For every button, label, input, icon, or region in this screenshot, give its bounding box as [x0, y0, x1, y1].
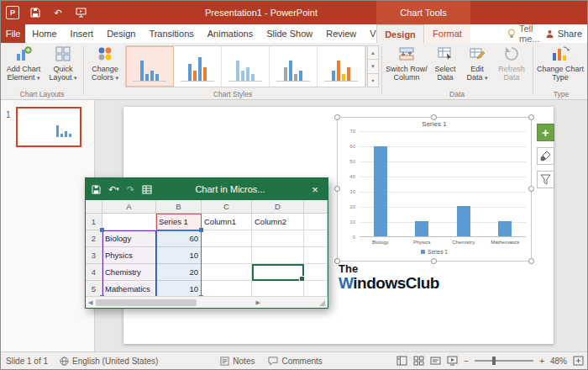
tell-me-box[interactable]: Tell me... [507, 24, 545, 43]
selection-handle[interactable] [528, 186, 534, 192]
chart-style-2[interactable] [174, 46, 222, 87]
excel-undo-icon[interactable]: ↶▾ [108, 184, 119, 195]
selection-handle[interactable] [528, 258, 534, 264]
select-data-button[interactable]: Select Data [430, 45, 460, 88]
tab-review[interactable]: Review [319, 24, 363, 43]
column-header-d[interactable]: D [252, 200, 304, 214]
cell-a5[interactable]: Mathematics [102, 281, 156, 298]
row-header[interactable]: 3 [86, 247, 102, 264]
cell-c3[interactable] [202, 247, 252, 264]
excel-horizontal-scrollbar[interactable]: ◀ ▶ ◢ [86, 296, 328, 308]
change-colors-button[interactable]: Change Colors ▾ [87, 45, 123, 88]
cell-b3[interactable]: 10 [156, 247, 202, 264]
scroll-right-icon[interactable]: ▶ [256, 299, 260, 306]
language-indicator[interactable]: English (United States) [60, 357, 158, 366]
slide-sorter-icon[interactable] [413, 356, 424, 366]
chart-bar[interactable] [498, 221, 512, 236]
chart-style-3[interactable] [222, 46, 270, 87]
selection-handle[interactable] [528, 114, 534, 120]
excel-close-button[interactable]: × [308, 183, 322, 196]
cell-d1[interactable]: Column2 [252, 214, 304, 230]
chart-style-5[interactable] [318, 46, 365, 87]
cell-a4[interactable]: Chemistry [102, 264, 156, 281]
undo-icon[interactable]: ↶ [51, 6, 65, 19]
gallery-up-icon[interactable]: ▲ [367, 45, 379, 60]
switch-row-column-button[interactable]: Switch Row/ Column [385, 45, 428, 88]
zoom-level[interactable]: 48% [550, 357, 567, 366]
notes-button[interactable]: Notes [220, 357, 255, 366]
slide-1-thumbnail[interactable] [16, 107, 81, 147]
excel-titlebar[interactable]: ↶▾ ↷ Chart in Micros... × [86, 178, 328, 200]
tab-home[interactable]: Home [25, 24, 63, 43]
cell-d4[interactable] [252, 264, 304, 281]
gallery-more-icon[interactable]: ▾ [367, 74, 379, 87]
scrollbar-thumb[interactable] [96, 299, 197, 306]
row-header[interactable]: 2 [86, 230, 102, 247]
row-header[interactable]: 5 [86, 281, 102, 298]
column-header-b[interactable]: B [156, 200, 202, 214]
cell-a3[interactable]: Physics [102, 247, 156, 264]
slideshow-icon[interactable] [74, 6, 87, 19]
column-header-a[interactable]: A [102, 200, 156, 214]
tab-animations[interactable]: Animations [201, 24, 260, 43]
cell-b1[interactable]: Series 1 [156, 214, 202, 230]
row-header[interactable]: 4 [86, 264, 102, 281]
cell-d3[interactable] [252, 247, 304, 264]
share-button[interactable]: Share [545, 24, 582, 43]
tab-insert[interactable]: Insert [64, 24, 101, 43]
cell-c5[interactable] [202, 281, 252, 298]
excel-save-icon[interactable] [92, 185, 101, 194]
zoom-slider-thumb[interactable] [492, 357, 496, 365]
chart-style-4[interactable] [270, 46, 318, 87]
selection-handle[interactable] [334, 186, 340, 192]
chart-bar[interactable] [457, 206, 470, 236]
gallery-down-icon[interactable]: ▼ [367, 60, 379, 73]
tab-slide-show[interactable]: Slide Show [260, 24, 319, 43]
cell-e4[interactable] [304, 264, 328, 281]
chart[interactable]: Series 1 706050403020100 Biology Physics… [337, 117, 532, 262]
chart-bar[interactable] [374, 146, 387, 236]
zoom-out-button[interactable]: − [464, 357, 469, 366]
cell-a2[interactable]: Biology [102, 230, 156, 247]
tab-chart-design[interactable]: Design [376, 24, 424, 43]
scroll-left-icon[interactable]: ◀ [88, 299, 92, 306]
fit-to-window-icon[interactable] [573, 356, 584, 366]
comments-button[interactable]: Comments [268, 357, 322, 366]
chart-filters-button[interactable] [537, 171, 554, 188]
cell-c4[interactable] [202, 264, 252, 281]
cell-e3[interactable] [304, 247, 328, 264]
zoom-in-button[interactable]: + [539, 357, 544, 366]
excel-sheet-icon[interactable] [142, 185, 152, 194]
tab-chart-format[interactable]: Format [424, 24, 470, 43]
chart-title[interactable]: Series 1 [338, 120, 531, 128]
resize-grip-icon[interactable]: ◢ [319, 299, 325, 307]
cell-c2[interactable] [202, 230, 252, 247]
cell-b4[interactable]: 20 [156, 264, 202, 281]
cell-c1[interactable]: Column1 [202, 214, 252, 230]
zoom-slider[interactable] [475, 360, 533, 362]
cell-b5[interactable]: 10 [156, 281, 202, 298]
chart-style-1[interactable] [126, 46, 174, 87]
slideshow-view-icon[interactable] [447, 356, 458, 366]
chart-style-button[interactable] [537, 147, 554, 165]
column-header-c[interactable]: C [202, 200, 252, 214]
quick-layout-button[interactable]: Quick Layout ▾ [45, 45, 81, 88]
selection-handle[interactable] [334, 114, 340, 120]
cell-d5[interactable] [252, 281, 304, 298]
row-header[interactable]: 1 [86, 214, 102, 230]
reading-view-icon[interactable] [430, 356, 441, 366]
chart-legend[interactable]: Series 1 [338, 249, 531, 255]
save-icon[interactable] [29, 6, 42, 19]
cell-d2[interactable] [252, 230, 304, 247]
column-header-e[interactable] [304, 200, 328, 214]
cell-e2[interactable] [304, 230, 328, 247]
selection-handle[interactable] [431, 114, 437, 120]
add-chart-element-button[interactable]: Add Chart Element ▾ [4, 45, 43, 88]
cell-a1[interactable] [102, 214, 156, 230]
tab-file[interactable]: File [1, 24, 25, 43]
tab-transitions[interactable]: Transitions [142, 24, 200, 43]
chart-bar[interactable] [415, 221, 428, 236]
edit-data-button[interactable]: Edit Data ▾ [462, 45, 492, 88]
cell-e5[interactable] [304, 281, 328, 298]
normal-view-icon[interactable] [396, 356, 407, 366]
